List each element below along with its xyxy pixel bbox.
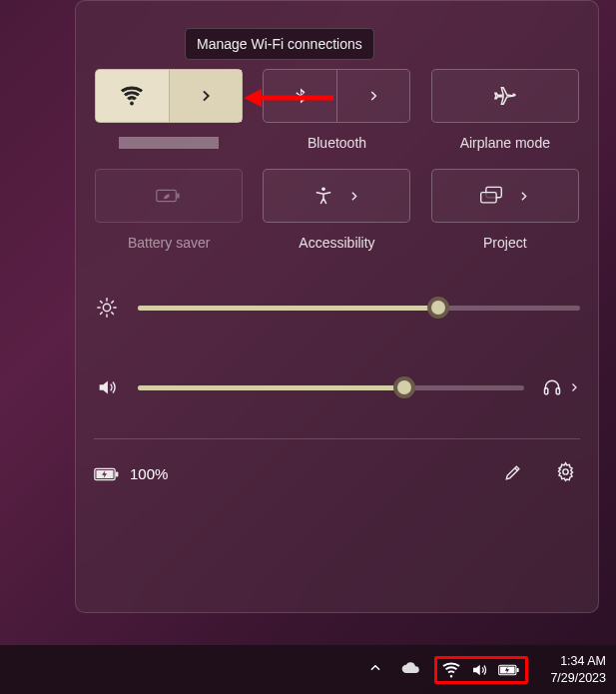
audio-output-button[interactable]	[542, 377, 580, 397]
airplane-label: Airplane mode	[460, 135, 550, 151]
speaker-icon	[94, 376, 120, 398]
battery-saver-label: Battery saver	[128, 235, 210, 251]
svg-rect-1	[177, 194, 179, 199]
svg-rect-24	[517, 667, 519, 671]
wifi-label-redacted	[119, 137, 219, 149]
panel-footer: 100%	[94, 457, 580, 490]
wifi-tile-group	[94, 69, 244, 151]
quick-tiles-grid: Bluetooth Airplane mode Battery saver Ac…	[94, 69, 580, 251]
battery-leaf-icon	[156, 186, 182, 206]
wifi-icon	[121, 85, 143, 107]
svg-point-2	[321, 188, 325, 192]
project-label: Project	[483, 235, 527, 251]
tray-overflow-button[interactable]	[364, 657, 386, 683]
airplane-icon	[494, 85, 516, 107]
svg-rect-14	[545, 388, 548, 394]
system-tray: 1:34 AM 7/29/2023	[364, 653, 606, 687]
volume-slider-thumb[interactable]	[393, 376, 415, 398]
accessibility-tile-group: Accessibility	[262, 169, 411, 251]
battery-saver-tile	[95, 169, 243, 223]
wifi-tile[interactable]	[95, 69, 243, 123]
accessibility-tile[interactable]	[263, 169, 410, 223]
accessibility-label: Accessibility	[299, 235, 374, 251]
svg-line-10	[100, 301, 102, 303]
bluetooth-tile[interactable]	[263, 69, 410, 123]
bluetooth-label: Bluetooth	[308, 135, 366, 151]
chevron-right-icon	[347, 190, 360, 203]
taskbar-date: 7/29/2023	[550, 670, 606, 687]
chevron-right-icon	[568, 381, 580, 393]
brightness-slider[interactable]	[138, 306, 580, 311]
chevron-right-icon	[198, 88, 214, 104]
taskbar-time: 1:34 AM	[560, 653, 606, 670]
quick-settings-panel: Manage Wi-Fi connections	[75, 0, 599, 613]
speaker-icon	[470, 661, 488, 679]
cloud-icon	[400, 661, 420, 675]
battery-status[interactable]: 100%	[94, 465, 499, 482]
accessibility-icon	[313, 186, 333, 206]
network-sound-battery-cluster[interactable]	[434, 656, 528, 684]
svg-line-11	[112, 313, 114, 315]
svg-rect-18	[116, 471, 118, 476]
volume-slider[interactable]	[138, 385, 524, 390]
chevron-right-icon	[517, 190, 530, 203]
brightness-icon	[94, 297, 120, 319]
pencil-icon	[503, 462, 523, 482]
svg-line-13	[112, 301, 114, 303]
bluetooth-tile-group: Bluetooth	[262, 69, 411, 151]
battery-saver-tile-group: Battery saver	[94, 169, 244, 251]
sliders-section	[94, 297, 580, 398]
wifi-expand-tooltip: Manage Wi-Fi connections	[185, 28, 374, 60]
project-tile[interactable]	[431, 169, 579, 223]
airplane-tile[interactable]	[431, 69, 579, 123]
svg-line-12	[100, 313, 102, 315]
edit-button[interactable]	[499, 458, 527, 490]
chevron-right-icon	[366, 89, 380, 103]
bluetooth-expand-button[interactable]	[336, 70, 410, 122]
svg-rect-4	[481, 193, 496, 203]
headphones-icon	[542, 377, 562, 397]
onedrive-tray-icon[interactable]	[400, 661, 420, 679]
battery-charging-icon	[498, 663, 520, 677]
settings-button[interactable]	[551, 457, 580, 490]
bluetooth-icon	[292, 87, 309, 105]
svg-point-5	[103, 304, 110, 311]
battery-percent-text: 100%	[130, 465, 168, 482]
volume-slider-row	[94, 376, 580, 398]
taskbar: 1:34 AM 7/29/2023	[0, 645, 616, 694]
brightness-slider-thumb[interactable]	[427, 297, 449, 319]
project-tile-group: Project	[430, 169, 580, 251]
taskbar-clock[interactable]: 1:34 AM 7/29/2023	[550, 653, 606, 687]
airplane-tile-group: Airplane mode	[430, 69, 580, 151]
svg-rect-15	[556, 388, 559, 394]
svg-point-19	[563, 469, 568, 474]
project-icon	[479, 186, 503, 206]
wifi-expand-button[interactable]	[169, 70, 243, 122]
brightness-slider-row	[94, 297, 580, 319]
gear-icon	[555, 461, 576, 482]
wifi-toggle-button[interactable]	[96, 70, 169, 122]
battery-charging-icon	[94, 466, 120, 482]
footer-divider	[94, 438, 580, 439]
bluetooth-toggle-button[interactable]	[264, 70, 336, 122]
chevron-up-icon	[368, 661, 382, 675]
wifi-icon	[442, 661, 460, 679]
